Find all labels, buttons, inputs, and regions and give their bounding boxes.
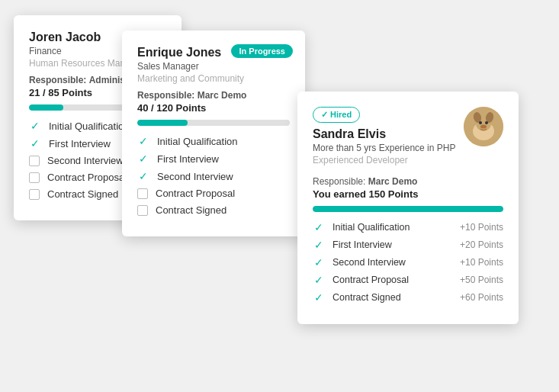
item-left: ✓ Contract Proposal (313, 274, 409, 286)
item-label: Contract Proposal (156, 188, 235, 199)
list-item: ✓ First Interview +20 Points (313, 239, 503, 251)
list-item: ✓ Second Interview (137, 170, 290, 182)
card3-earned: You earned 150 Points (313, 188, 503, 200)
card2-responsible-value: Marc Demo (198, 90, 247, 101)
card2-responsible: Responsible: Marc Demo (137, 90, 290, 101)
card2-badge: In Progress (231, 44, 293, 58)
list-item: Contract Signed (137, 204, 290, 216)
check-icon: ✓ (313, 239, 325, 251)
item-label: Second Interview (47, 155, 124, 166)
card3-progress-bar-bg (313, 206, 503, 212)
check-icon: ✓ (313, 291, 325, 304)
item-label: Contract Signed (333, 292, 401, 303)
points-label: +10 Points (460, 222, 503, 233)
check-empty-icon (29, 172, 40, 183)
card2-role: Sales Manager (137, 61, 290, 72)
list-item: ✓ Initial Qualification (137, 135, 290, 147)
item-label: First Interview (333, 239, 392, 250)
item-label: Contract Proposal (333, 275, 409, 285)
list-item: Contract Proposal (137, 188, 290, 199)
card3-badge: ✓ Hired (313, 107, 360, 123)
item-left: ✓ Initial Qualification (313, 221, 410, 233)
check-icon: ✓ (29, 137, 41, 149)
check-icon: ✓ (137, 153, 149, 165)
list-item: ✓ Contract Proposal +50 Points (313, 274, 503, 286)
item-label: Initial Qualification (49, 120, 130, 132)
list-item: ✓ Contract Signed +60 Points (313, 291, 503, 304)
card2-points: 40 / 120 Points (137, 102, 290, 114)
card2-dept: Marketing and Community (137, 73, 290, 84)
item-label: Second Interview (333, 257, 406, 268)
item-left: ✓ Second Interview (313, 256, 406, 268)
item-label: Initial Qualification (157, 136, 238, 147)
check-empty-icon (137, 188, 148, 199)
points-label: +60 Points (460, 292, 503, 303)
card3-info: ✓ Hired Sandra Elvis More than 5 yrs Exp… (313, 107, 455, 172)
check-empty-icon (29, 156, 40, 166)
points-label: +20 Points (460, 239, 503, 250)
check-empty-icon (137, 205, 148, 216)
card3-responsible-value: Marc Demo (368, 176, 418, 187)
check-icon: ✓ (137, 170, 149, 182)
card3-progress-bar-fill (313, 206, 503, 212)
card-sandra: ✓ Hired Sandra Elvis More than 5 yrs Exp… (297, 92, 519, 324)
item-label: Initial Qualification (333, 222, 410, 233)
item-label: Contract Proposal (47, 172, 127, 183)
card3-responsible: Responsible: Marc Demo (313, 176, 503, 187)
card3-checklist: ✓ Initial Qualification +10 Points ✓ Fir… (313, 221, 503, 304)
item-label: Contract Signed (47, 188, 118, 200)
card2-checklist: ✓ Initial Qualification ✓ First Intervie… (137, 135, 290, 216)
card2-responsible-label: Responsible: (137, 90, 194, 101)
svg-point-7 (480, 125, 487, 129)
points-label: +50 Points (460, 275, 503, 285)
card2-progress-bar-bg (137, 120, 290, 126)
svg-point-5 (479, 121, 482, 124)
card1-progress-bar-fill (29, 104, 63, 111)
list-item: ✓ Second Interview +10 Points (313, 256, 503, 268)
check-icon: ✓ (313, 256, 325, 268)
svg-point-6 (485, 121, 488, 124)
list-item: ✓ Initial Qualification +10 Points (313, 221, 503, 233)
check-icon: ✓ (313, 274, 325, 286)
check-icon: ✓ (137, 135, 149, 147)
item-label: Second Interview (157, 171, 233, 182)
item-left: ✓ Contract Signed (313, 291, 401, 304)
card2-progress-bar-fill (137, 120, 188, 126)
card3-dept: Experienced Developer (313, 155, 455, 165)
avatar (464, 107, 503, 146)
points-label: +10 Points (460, 257, 503, 268)
item-label: First Interview (157, 153, 219, 165)
check-empty-icon (29, 189, 40, 200)
card-enrique: In Progress Enrique Jones Sales Manager … (122, 31, 305, 236)
check-icon: ✓ (29, 120, 41, 132)
item-label: First Interview (49, 138, 111, 149)
card1-responsible-label: Responsible: (29, 75, 86, 85)
card3-header: ✓ Hired Sandra Elvis More than 5 yrs Exp… (313, 107, 503, 172)
card3-role: More than 5 yrs Experience in PHP (313, 143, 455, 153)
check-icon: ✓ (313, 221, 325, 233)
card3-responsible-label: Responsible: (313, 176, 365, 187)
item-left: ✓ First Interview (313, 239, 392, 251)
item-label: Contract Signed (156, 204, 226, 216)
card3-name: Sandra Elvis (313, 127, 455, 141)
list-item: ✓ First Interview (137, 153, 290, 165)
